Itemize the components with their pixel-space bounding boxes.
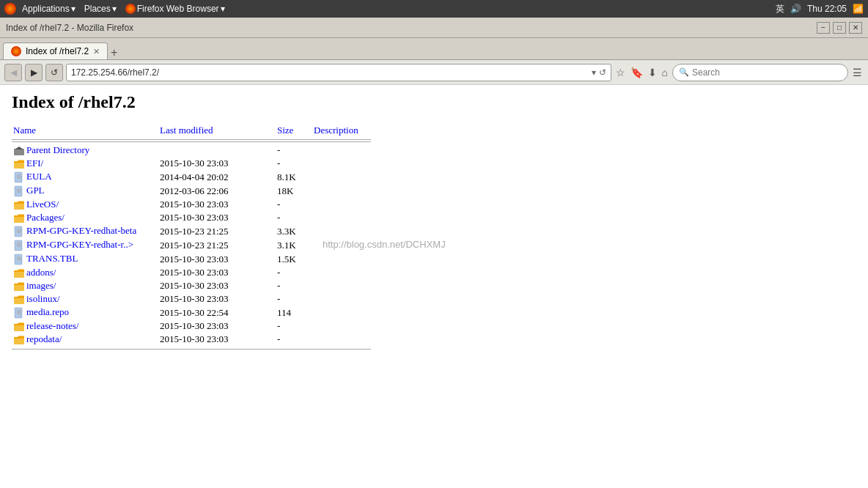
table-footer-separator [12, 349, 371, 350]
search-icon: 🔍 [679, 67, 689, 77]
file-size-cell: 1.5K [276, 252, 312, 266]
file-link[interactable]: LiveOS/ [26, 199, 59, 210]
menu-button[interactable]: ☰ [851, 65, 864, 80]
file-modified-cell: 2015-10-30 23:03 [158, 266, 276, 279]
table-row: GPL2012-03-06 22:0618K [12, 184, 371, 198]
reload-button[interactable]: ↺ [45, 64, 63, 81]
svg-rect-0 [14, 149, 24, 155]
bookmarks-button[interactable]: 🔖 [629, 65, 644, 80]
refresh-url-button[interactable]: ↺ [599, 67, 606, 78]
file-modified-cell: 2014-04-04 20:02 [158, 170, 276, 184]
page-title: Index of /rhel7.2 [12, 92, 856, 112]
file-size-cell: 3.1K [276, 238, 312, 252]
system-bar-left: Applications ▾ Places ▾ Firefox Web Brow… [4, 2, 228, 15]
new-tab-button[interactable]: + [111, 46, 117, 59]
nav-bar: ◀ ▶ ↺ ▾ ↺ ☆ 🔖 ⬇ ⌂ 🔍 ☰ [0, 60, 868, 85]
download-button[interactable]: ⬇ [647, 65, 658, 80]
file-name-cell: EFI/ [12, 157, 158, 170]
col-modified-header: Last modified [158, 124, 276, 140]
system-bar-right: 英 🔊 Thu 22:05 📶 [776, 3, 864, 15]
file-link[interactable]: media.repo [26, 306, 69, 317]
file-desc-cell [312, 252, 371, 266]
file-modified-cell [158, 144, 276, 157]
file-link[interactable]: addons/ [26, 267, 56, 278]
file-link[interactable]: TRANS.TBL [26, 253, 78, 264]
browser-menu[interactable]: Firefox Web Browser ▾ [122, 2, 228, 15]
window-controls: − □ ✕ [817, 22, 862, 34]
file-size-cell: 3.3K [276, 224, 312, 238]
file-link[interactable]: Parent Directory [26, 144, 89, 155]
col-size-header: Size [276, 124, 312, 140]
table-row: isolinux/2015-10-30 23:03- [12, 292, 371, 306]
table-row: media.repo2015-10-30 22:54114 [12, 306, 371, 319]
file-name-cell: LiveOS/ [12, 198, 158, 211]
tab-item[interactable]: Index of /rhel7.2 ✕ [3, 42, 108, 59]
svg-rect-18 [15, 254, 22, 265]
firefox-icon [4, 3, 16, 15]
file-link[interactable]: RPM-GPG-KEY-redhat-r..> [26, 239, 133, 250]
col-size-link[interactable]: Size [277, 125, 293, 136]
file-modified-cell: 2015-10-30 23:03 [158, 157, 276, 170]
table-row: addons/2015-10-30 23:03- [12, 266, 371, 279]
url-input[interactable] [71, 67, 589, 78]
file-link[interactable]: repodata/ [26, 333, 62, 344]
svg-rect-6 [15, 186, 22, 196]
file-desc-cell [312, 292, 371, 306]
file-link[interactable]: EFI/ [26, 158, 43, 169]
table-row: RPM-GPG-KEY-redhat-r..>2015-10-23 21:253… [12, 238, 371, 252]
file-desc-cell [312, 319, 371, 333]
bookmark-star-button[interactable]: ☆ [614, 65, 627, 80]
file-desc-cell [312, 170, 371, 184]
file-desc-cell [312, 224, 371, 238]
table-row: EFI/2015-10-30 23:03- [12, 157, 371, 170]
file-modified-cell: 2015-10-30 23:03 [158, 279, 276, 292]
col-desc-link[interactable]: Description [314, 125, 358, 136]
file-size-cell: - [276, 157, 312, 170]
window-title: Index of /rhel7.2 - Mozilla Firefox [6, 23, 133, 33]
file-size-cell: - [276, 211, 312, 224]
applications-menu[interactable]: Applications ▾ [19, 2, 78, 15]
file-table-body: Parent Directory-EFI/2015-10-30 23:03-EU… [12, 144, 371, 346]
file-link[interactable]: EULA [26, 171, 52, 182]
file-name-cell: TRANS.TBL [12, 252, 158, 266]
col-name-link[interactable]: Name [13, 125, 36, 136]
close-button[interactable]: ✕ [849, 22, 862, 34]
system-bar: Applications ▾ Places ▾ Firefox Web Brow… [0, 0, 868, 18]
file-link[interactable]: isolinux/ [26, 293, 60, 304]
tab-favicon [11, 46, 21, 56]
file-modified-cell: 2015-10-30 23:03 [158, 252, 276, 266]
file-desc-cell [312, 144, 371, 157]
back-button[interactable]: ◀ [4, 64, 22, 81]
search-input[interactable] [692, 67, 824, 78]
tab-close-button[interactable]: ✕ [93, 47, 100, 56]
file-name-cell: GPL [12, 184, 158, 198]
table-row: repodata/2015-10-30 23:03- [12, 333, 371, 346]
places-menu[interactable]: Places ▾ [81, 2, 119, 15]
minimize-button[interactable]: − [817, 22, 830, 34]
file-modified-cell: 2015-10-30 23:03 [158, 333, 276, 346]
url-icons: ▾ ↺ [592, 67, 606, 78]
maximize-button[interactable]: □ [833, 22, 846, 34]
file-link[interactable]: release-notes/ [26, 320, 78, 331]
search-bar-container[interactable]: 🔍 [672, 64, 848, 81]
file-link[interactable]: GPL [26, 185, 45, 196]
url-bar-container[interactable]: ▾ ↺ [66, 64, 611, 81]
file-link[interactable]: images/ [26, 280, 56, 291]
file-desc-cell [312, 157, 371, 170]
file-table: Name Last modified Size Description Pare… [12, 124, 371, 346]
col-modified-link[interactable]: Last modified [160, 125, 213, 136]
file-size-cell: - [276, 333, 312, 346]
tab-bar: Index of /rhel7.2 ✕ + [0, 38, 868, 60]
file-link[interactable]: RPM-GPG-KEY-redhat-beta [26, 225, 136, 236]
file-modified-cell: 2015-10-30 23:03 [158, 211, 276, 224]
file-size-cell: 114 [276, 306, 312, 319]
file-size-cell: - [276, 279, 312, 292]
file-size-cell: - [276, 198, 312, 211]
file-name-cell: Packages/ [12, 211, 158, 224]
table-row: Packages/2015-10-30 23:03- [12, 211, 371, 224]
file-link[interactable]: Packages/ [26, 212, 65, 223]
home-button[interactable]: ⌂ [661, 65, 669, 80]
file-size-cell: 18K [276, 184, 312, 198]
dropdown-button[interactable]: ▾ [592, 67, 596, 78]
forward-button[interactable]: ▶ [25, 64, 43, 81]
